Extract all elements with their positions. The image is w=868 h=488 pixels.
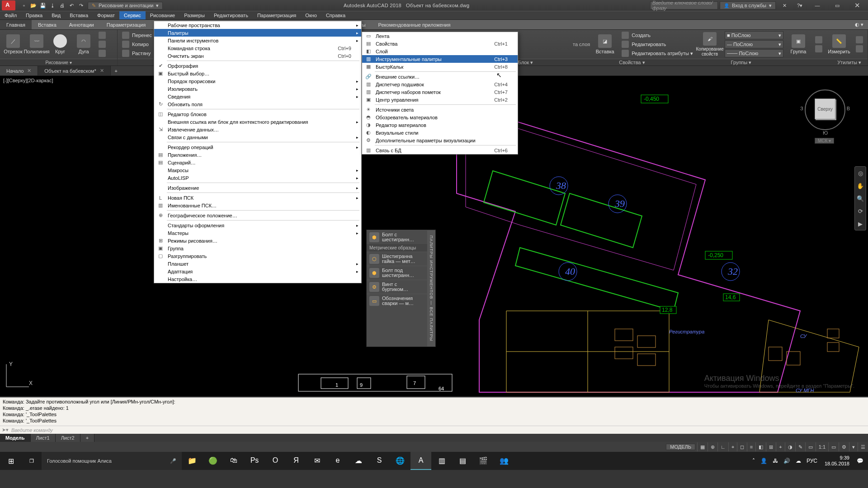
minimize-button[interactable]: — [808,0,826,11]
draw-extra-2[interactable] [97,40,108,48]
ribbon-tab-2[interactable]: Аннотации [63,20,100,29]
util-extra-1[interactable] [854,36,865,44]
task-view-button[interactable]: ❐ [22,452,42,470]
menu-row[interactable]: ▥Диспетчер подшивокCtrl+4 [362,80,518,88]
layout-tab-2[interactable]: Лист2 [56,434,80,442]
tray-volume-icon[interactable]: 🔊 [782,458,792,464]
palettes-submenu[interactable]: ▭Лента▤СвойстваCtrl+1◧Слой▥Инструменталь… [362,32,518,155]
menu-row[interactable]: ◧Слой [362,47,518,55]
help-icon[interactable]: ?▾ [793,0,807,12]
menu-row[interactable]: ▥Связь с БДCtrl+6 [362,146,518,154]
layout-tab-0[interactable]: Модель [0,434,31,442]
nav-orbit-icon[interactable]: ⟳ [855,205,866,217]
taskbar-app-3[interactable]: Ps [244,452,265,470]
palette-item[interactable]: ⚙Винт с буртиком… [367,280,427,294]
menu-item-2[interactable]: Вид [47,11,65,19]
menu-row[interactable]: Планшет [154,260,361,267]
mic-icon[interactable]: 🎤 [170,458,176,464]
ribbon-tab-1[interactable]: Вставка [32,20,63,29]
maximize-button[interactable]: ▭ [828,0,846,11]
menu-row[interactable]: Мастеры [154,229,361,237]
menu-item-3[interactable]: Вставка [65,11,93,19]
copy-button[interactable]: Копиро [120,40,154,48]
menu-row[interactable]: Рекордер операций [154,143,361,151]
arc-button[interactable]: ◠Дуга [73,34,94,54]
taskbar-app-10[interactable]: 🌐 [390,452,410,470]
ribbon-tab-3[interactable]: Параметризация [100,20,152,29]
status-toggle-10[interactable]: ✎ [795,442,805,451]
insert-block-button[interactable]: ◪Вставка [594,34,615,54]
layout-add[interactable]: + [80,434,94,442]
signin-button[interactable]: Вход в службы▾ [720,1,776,9]
edit-block-button[interactable]: Редактировать [620,40,695,48]
viewcube-wcs[interactable]: МСК ▾ [815,138,834,144]
search-input[interactable]: Введите ключевое слово/фразу [650,1,718,9]
util-extra-2[interactable] [854,45,865,53]
status-toggle-4[interactable]: ◻ [737,442,747,451]
file-tab-0[interactable]: Начало✕ [0,66,38,75]
menu-item-10[interactable]: Окно [301,11,321,19]
menu-row[interactable]: Адаптация [154,267,361,275]
palette-item[interactable]: ⬢Болт под шестигранн… [367,266,427,280]
system-tray[interactable]: ˄ 👤 🖧 🔊 ☁ РУС 9:3918.05.2018 💬 [750,455,868,467]
menu-row[interactable]: ▦БыстрКалькCtrl+8 [362,63,518,70]
menu-row[interactable]: Стандарты оформления [154,221,361,229]
menu-item-4[interactable]: Формат [93,11,119,19]
menu-row[interactable]: Изолировать [154,85,361,93]
ucs-icon[interactable]: YX [3,361,34,392]
menu-item-6[interactable]: Рисование [146,11,179,19]
status-toggle-6[interactable]: ◧ [755,442,766,451]
menu-row[interactable]: ↻Обновить поля [154,100,361,108]
status-toggle-8[interactable]: + [776,442,784,451]
qat-undo-icon[interactable]: ↶ [67,1,75,9]
taskbar-app-13[interactable]: ▤ [452,452,473,470]
circle-button[interactable]: Круг [50,34,71,54]
status-toggle-12[interactable]: ▭ [828,442,839,451]
qat-redo-icon[interactable]: ↷ [77,1,85,9]
menu-row[interactable]: ▥Именованные ПСК… [154,202,361,209]
menu-row[interactable]: Рабочие пространства [154,21,361,29]
taskbar-app-14[interactable]: 🎬 [473,452,494,470]
menu-row[interactable]: ◓Обозреватель материалов [362,113,518,121]
tool-palette[interactable]: ⬢Болт с шестигранн… Метрические образцы … [366,230,436,347]
taskbar-app-6[interactable]: ✉ [307,452,327,470]
polyline-button[interactable]: 〰Полилиния [26,34,47,54]
lineweight-combo[interactable]: — ПоСлою▾ [725,40,783,48]
status-toggle-9[interactable]: ◑ [785,442,795,451]
menu-item-7[interactable]: Размеры [179,11,209,19]
taskbar-app-1[interactable]: 🟢 [203,452,223,470]
taskbar-app-7[interactable]: e [327,452,348,470]
qat-saveas-icon[interactable]: ⭳ [48,1,57,9]
menu-item-1[interactable]: Правка [21,11,47,19]
taskbar-app-9[interactable]: S [369,452,390,470]
linetype-combo[interactable]: ─── ПоСлою▾ [725,49,783,57]
model-paper-toggle[interactable]: МОДЕЛЬ [666,444,695,450]
draw-extra-3[interactable] [97,49,108,57]
group-extra-1[interactable] [813,36,824,44]
app-logo-icon[interactable] [2,0,15,10]
tray-people-icon[interactable]: 👤 [759,458,769,464]
menu-row[interactable]: ▤СвойстваCtrl+1 [362,40,518,47]
menu-item-11[interactable]: Справка [321,11,350,19]
create-block-button[interactable]: Создать [620,31,695,39]
view-cube[interactable]: Сверху З В Ю МСК ▾ [800,85,850,144]
stretch-button[interactable]: Растяну [120,49,154,57]
menu-item-9[interactable]: Параметризация [253,11,301,19]
matchprop-button[interactable]: 🖌Копирование свойств [699,32,720,56]
panel-title-props[interactable]: Свойства ▾ [619,60,645,66]
menu-row[interactable]: ▥Диспетчер наборов пометокCtrl+7 [362,88,518,96]
menu-row[interactable]: ◑Редактор материалов [362,121,518,129]
nav-showmotion-icon[interactable]: ▶ [855,217,866,230]
command-input[interactable]: ➤▾ Введите команду [0,426,868,434]
menu-row[interactable]: ▣Центр управленияCtrl+2 [362,96,518,103]
menu-item-5[interactable]: Сервис [119,11,146,19]
move-button[interactable]: Перенес [120,31,154,39]
menu-row[interactable]: Командная строкаCtrl+9 [154,44,361,52]
menu-row[interactable]: AutoLISP [154,174,361,182]
menu-row[interactable]: Связи с данными [154,133,361,141]
menu-row[interactable]: ▢Разгруппировать [154,252,361,260]
taskbar-app-8[interactable]: ☁ [348,452,369,470]
color-combo[interactable]: ■ ПоСлою▾ [725,31,783,39]
panel-title-block[interactable]: Блок ▾ [518,60,533,66]
palette-tabstrip[interactable]: ПАЛИТРЫ ИНСТРУМЕНТОВ — ВСЕ ПАЛИТРЫ [427,230,435,347]
